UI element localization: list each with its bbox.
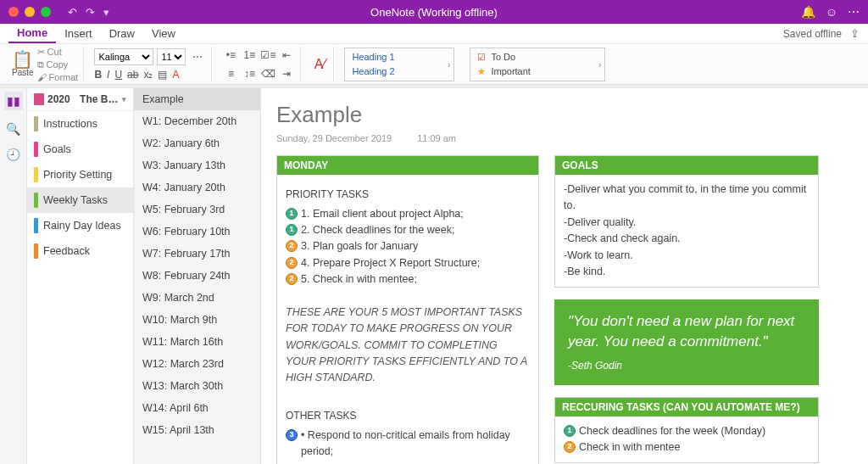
clipboard-group: 📋 Paste ✂Cut ⧉Copy 🖌Format: [7, 47, 84, 81]
section-color-icon: [34, 116, 38, 131]
page-item[interactable]: Example: [134, 88, 260, 110]
section-item[interactable]: Weekly Tasks: [27, 187, 133, 213]
customize-icon[interactable]: ▾: [103, 6, 109, 19]
line-spacing-button[interactable]: ↕≡: [241, 65, 258, 82]
tag-todo: To Do: [491, 52, 515, 62]
highlight-button[interactable]: ▤: [158, 69, 167, 81]
font-size-select[interactable]: 11: [157, 48, 186, 65]
outdent-button[interactable]: ⇤: [278, 47, 295, 64]
tag-important: Important: [491, 66, 530, 76]
section-item[interactable]: Feedback: [27, 238, 133, 264]
notebook-icon: [34, 93, 44, 105]
page-item[interactable]: W6: February 10th: [134, 221, 260, 243]
underline-button[interactable]: U: [114, 69, 122, 81]
priority-badge-icon: 1: [286, 208, 298, 220]
page-item[interactable]: W8: February 24th: [134, 265, 260, 287]
page-item[interactable]: W10: March 9th: [134, 309, 260, 331]
checklist-button[interactable]: ☑≡: [259, 47, 276, 64]
section-color-icon: [34, 142, 38, 157]
section-item[interactable]: Instructions: [27, 111, 133, 137]
recent-icon[interactable]: 🕘: [6, 148, 20, 161]
subscript-button[interactable]: x₂: [143, 69, 153, 81]
priority-note: THESE ARE YOUR 5 MOST IMPORTANT TASKS FO…: [286, 306, 527, 384]
main-area: ▮▮ 🔍 🕘 2020 The Better Grind Weekly Care…: [0, 88, 868, 464]
section-item[interactable]: Goals: [27, 137, 133, 162]
bold-button[interactable]: B: [94, 69, 102, 81]
page-item[interactable]: W4: January 20th: [134, 176, 260, 198]
minimize-window-icon[interactable]: [25, 7, 35, 17]
face-icon[interactable]: ☺: [826, 5, 837, 19]
styles-a-button[interactable]: A⁄: [311, 56, 328, 73]
page-item[interactable]: W11: March 16th: [134, 331, 260, 353]
quote-text: "You don't need a new plan for next year…: [568, 311, 805, 352]
close-window-icon[interactable]: [8, 7, 19, 17]
page-item[interactable]: W13: March 30th: [134, 375, 260, 397]
notebooks-icon[interactable]: ▮▮: [4, 92, 23, 110]
align-left-button[interactable]: ≡: [222, 65, 239, 82]
italic-button[interactable]: I: [107, 69, 109, 81]
tab-insert[interactable]: Insert: [56, 25, 101, 42]
page-item[interactable]: W9: March 2nd: [134, 287, 260, 309]
format-label: Format: [49, 72, 79, 82]
strike-button[interactable]: ab: [127, 69, 138, 81]
recurring-header: RECCURING TASKS (CAN YOU AUTOMATE ME?): [555, 398, 818, 416]
section-color-icon: [34, 167, 38, 182]
notebook-year: 2020: [47, 93, 70, 105]
share-icon[interactable]: ⇪: [850, 27, 860, 40]
chevron-right-icon: ›: [598, 59, 601, 69]
cut-label: Cut: [47, 47, 62, 57]
page-item[interactable]: W5: February 3rd: [134, 198, 260, 221]
page-item[interactable]: W15: April 13th: [134, 419, 260, 441]
page-item[interactable]: W12: March 23rd: [134, 353, 260, 375]
cut-button[interactable]: ✂Cut: [37, 47, 79, 58]
menu-dots-icon[interactable]: ⋯: [848, 5, 860, 19]
brush-icon: 🖌: [37, 72, 47, 82]
page-item[interactable]: W2: January 6th: [134, 132, 260, 154]
notebook-header[interactable]: 2020 The Better Grind Weekly Career Plan…: [27, 88, 133, 111]
page-item[interactable]: W3: January 13th: [134, 154, 260, 176]
priority-badge-icon: 2: [286, 240, 298, 252]
chevron-right-icon: ›: [448, 59, 450, 69]
font-name-select[interactable]: Kalinga: [94, 48, 153, 65]
font-color-button[interactable]: A: [172, 69, 179, 81]
numbering-button[interactable]: 1≡: [241, 47, 258, 64]
undo-icon[interactable]: ↶: [68, 6, 77, 19]
indent-button[interactable]: ⇥: [278, 65, 295, 82]
clear-format-button[interactable]: ⌫: [259, 65, 276, 82]
page-title[interactable]: Example: [276, 102, 853, 128]
section-label: Instructions: [43, 118, 97, 130]
page-content[interactable]: Example Sunday, 29 December 2019 11:09 a…: [261, 88, 868, 464]
scissors-icon: ✂: [37, 47, 45, 58]
bullets-button[interactable]: •≡: [222, 47, 239, 64]
page-item[interactable]: W7: February 17th: [134, 243, 260, 265]
copy-label: Copy: [47, 59, 69, 70]
priority-badge-icon: 2: [286, 273, 298, 285]
more-font-icon[interactable]: ⋯: [189, 48, 206, 65]
page-item[interactable]: W14: April 6th: [134, 397, 260, 419]
goals-header: GOALS: [555, 156, 818, 175]
task-item: 3• Respond to non-critical emails from h…: [286, 428, 530, 461]
styles-extra-group: A⁄: [306, 47, 334, 81]
section-item[interactable]: Rainy Day Ideas: [27, 213, 133, 238]
page-item[interactable]: W1: December 20th: [134, 110, 260, 132]
checkbox-icon: ☑: [477, 52, 486, 63]
section-item[interactable]: Priority Setting: [27, 162, 133, 187]
style-heading2: Heading 2: [352, 66, 437, 76]
format-button[interactable]: 🖌Format: [37, 72, 79, 82]
saved-offline-label: Saved offline: [783, 28, 842, 40]
search-icon[interactable]: 🔍: [6, 122, 20, 136]
tab-view[interactable]: View: [143, 25, 184, 42]
task-text: • Respond to non-critical emails from ho…: [301, 428, 530, 461]
tab-home[interactable]: Home: [8, 24, 56, 43]
paste-button[interactable]: 📋 Paste: [12, 51, 34, 77]
bell-icon[interactable]: 🔔: [801, 5, 815, 19]
maximize-window-icon[interactable]: [41, 7, 51, 17]
tags-gallery[interactable]: ☑To Do ★Important ›: [470, 48, 605, 81]
styles-gallery[interactable]: Heading 1 Heading 2 ›: [344, 48, 454, 81]
section-label: Rainy Day Ideas: [43, 220, 121, 232]
page-date: Sunday, 29 December 2019: [276, 133, 392, 143]
traffic-lights: [0, 7, 51, 17]
tab-draw[interactable]: Draw: [101, 25, 143, 42]
copy-button[interactable]: ⧉Copy: [37, 59, 79, 70]
redo-icon[interactable]: ↷: [86, 6, 95, 19]
